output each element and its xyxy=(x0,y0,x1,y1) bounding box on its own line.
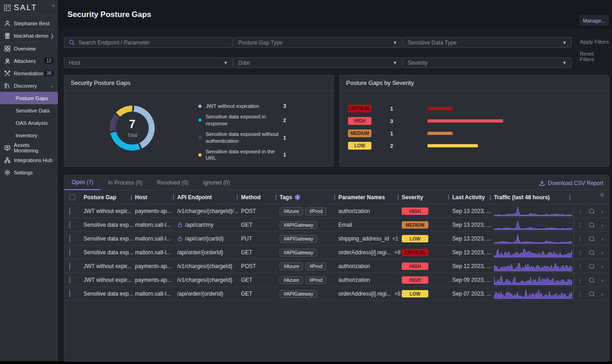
tab-open[interactable]: Open (7) xyxy=(64,175,101,190)
sidebar-item-posture-gaps[interactable]: Posture Gaps xyxy=(0,92,58,104)
col-tags: Tags i xyxy=(280,194,338,201)
table-row[interactable]: Sensitive data exp... mallorn.salt-l... … xyxy=(64,232,609,246)
sensitive-data-type-dropdown[interactable]: Sensitive Data Type ▼ xyxy=(403,37,572,48)
legend-dot xyxy=(198,153,202,157)
integrations-hub-icon xyxy=(4,157,11,163)
reset-filters-button[interactable]: Reset Filters xyxy=(580,51,609,62)
remediation-count-badge: 38 xyxy=(44,70,54,76)
cell-last-activity: Sep 13 2023, ... xyxy=(452,235,494,242)
search-box[interactable] xyxy=(64,37,233,48)
row-expand-chevron-icon[interactable]: › xyxy=(597,235,608,242)
sidebar-item-discovery[interactable]: Discovery ⌄ xyxy=(0,79,58,92)
traffic-sparkline xyxy=(494,247,573,258)
row-menu-kebab-icon[interactable]: ⋮ xyxy=(575,208,586,215)
sidebar-item-inventory[interactable]: Inventory xyxy=(0,129,58,141)
row-expand-chevron-icon[interactable]: › xyxy=(597,291,608,297)
sidebar-item-oas-analysis[interactable]: OAS Analysis xyxy=(0,117,58,129)
manage-button[interactable]: Manage... xyxy=(579,15,609,26)
sidebar-item-overview[interactable]: Overview xyxy=(0,42,58,55)
tag-pill: #APIGateway xyxy=(280,249,317,257)
cell-host: mallorn.salt-l... xyxy=(135,235,177,242)
legend-dot xyxy=(198,118,202,122)
row-menu-kebab-icon[interactable]: ⋮ xyxy=(575,291,586,297)
cell-severity: HIGH xyxy=(402,276,452,284)
row-checkbox[interactable] xyxy=(69,221,70,229)
sidebar-item-workspace[interactable]: blackhat-demo ❯ xyxy=(0,30,58,42)
gaps-table-panel: Open (7) In Process (0) Resolved (0) Ign… xyxy=(64,175,609,362)
download-csv-button[interactable]: Download CSV Report xyxy=(539,175,603,190)
tab-resolved[interactable]: Resolved (0) xyxy=(150,175,196,190)
row-comment-icon[interactable] xyxy=(586,277,597,283)
sidebar-item-remediation[interactable]: Remediation 38 xyxy=(0,67,58,79)
row-checkbox[interactable] xyxy=(69,276,70,284)
sidebar-nav: Stephanie Best blackhat-demo ❯ Overview xyxy=(0,16,58,179)
tab-in-process[interactable]: In Process (0) xyxy=(101,175,150,190)
cell-method: GET xyxy=(241,249,280,256)
table-row[interactable]: JWT without expir... payments-ap... /v1/… xyxy=(64,259,609,273)
search-input[interactable] xyxy=(79,39,228,46)
table-row[interactable]: JWT without expir... payments-ap... /v1/… xyxy=(64,204,609,218)
row-menu-kebab-icon[interactable]: ⋮ xyxy=(575,235,586,242)
sidebar-item-settings[interactable]: Settings xyxy=(0,166,58,179)
sidebar-item-user[interactable]: Stephanie Best xyxy=(0,17,58,30)
row-expand-chevron-icon[interactable]: › xyxy=(597,277,608,284)
table-row[interactable]: Sensitive data exp... mallorn.salt-l... … xyxy=(64,218,609,232)
cell-tags: #APIGateway xyxy=(280,290,338,298)
row-comment-icon[interactable] xyxy=(586,236,597,242)
app-logo: SALT xyxy=(14,3,37,12)
row-menu-kebab-icon[interactable]: ⋮ xyxy=(575,277,586,284)
cell-tags: #Azure#Prod xyxy=(280,263,338,270)
legend-item: Sensitive data exposed in response 2 xyxy=(198,113,313,127)
severity-row: CRITICAL 1 xyxy=(340,105,609,112)
row-expand-chevron-icon[interactable]: › xyxy=(597,249,608,256)
table-row[interactable]: JWT without expir... payments-ap... /v1/… xyxy=(64,273,609,287)
row-expand-chevron-icon[interactable]: › xyxy=(597,222,608,229)
tag-pill: #Prod xyxy=(305,276,326,284)
date-dropdown[interactable]: Date ▼ xyxy=(233,57,402,68)
apply-filters-button[interactable]: Apply Filters xyxy=(580,39,609,45)
cell-api-endpoint: /api/cart/my xyxy=(177,222,241,228)
posture-gaps-donut-panel: Security Posture Gaps 7 Total JWT withou… xyxy=(64,75,334,167)
cell-tags: #Azure#Prod xyxy=(280,276,338,284)
sidebar-item-sensitive-data[interactable]: Sensitive Data xyxy=(0,104,58,117)
severity-badge: LOW xyxy=(402,235,428,242)
row-expand-chevron-icon[interactable]: › xyxy=(597,208,608,215)
row-menu-kebab-icon[interactable]: ⋮ xyxy=(575,263,586,270)
select-all-checkbox[interactable] xyxy=(69,194,75,200)
legend-count: 3 xyxy=(283,103,286,109)
row-comment-icon[interactable] xyxy=(586,291,597,297)
row-comment-icon[interactable] xyxy=(586,222,597,228)
cell-tags: #APIGateway xyxy=(280,249,338,257)
row-menu-kebab-icon[interactable]: ⋮ xyxy=(575,249,586,256)
row-comment-icon[interactable] xyxy=(586,250,597,256)
info-icon[interactable]: i xyxy=(295,195,300,200)
page-title: Security Posture Gaps xyxy=(67,10,151,19)
host-dropdown[interactable]: Host ▼ xyxy=(64,57,233,68)
table-row[interactable]: Sensitive data exp... mallorn.salt-l... … xyxy=(64,287,609,301)
row-comment-icon[interactable] xyxy=(586,263,597,269)
row-checkbox[interactable] xyxy=(69,207,70,215)
row-menu-kebab-icon[interactable]: ⋮ xyxy=(575,222,586,229)
table-row[interactable]: Sensitive data exp... mallorn.salt-l... … xyxy=(64,246,609,259)
row-checkbox[interactable] xyxy=(69,235,70,242)
severity-label-badge: LOW xyxy=(348,142,371,150)
tag-pill: #Azure xyxy=(280,276,303,284)
severity-count: 3 xyxy=(380,118,404,124)
row-checkbox[interactable] xyxy=(69,249,70,256)
tab-ignored[interactable]: Ignored (0) xyxy=(196,175,237,190)
assets-monitoring-icon xyxy=(4,144,11,151)
sidebar-item-integrations-hub[interactable]: Integrations Hub xyxy=(0,154,58,166)
row-checkbox[interactable] xyxy=(69,290,70,297)
sidebar-item-attackers[interactable]: Attackers 12 xyxy=(0,55,58,67)
charts-row: Security Posture Gaps 7 Total JWT withou… xyxy=(64,75,609,167)
sidebar-collapse-icon[interactable]: « xyxy=(52,2,55,9)
row-expand-chevron-icon[interactable]: › xyxy=(597,263,608,270)
endpoint-path: /v1/charges/{chargeId}/... xyxy=(177,208,238,214)
row-checkbox[interactable] xyxy=(69,263,70,270)
severity-dropdown[interactable]: Severity ▼ xyxy=(403,57,572,68)
row-comment-icon[interactable] xyxy=(586,208,597,214)
column-settings-gear-icon[interactable] xyxy=(599,192,605,198)
sidebar-item-assets-monitoring[interactable]: Assets Monitoring xyxy=(0,141,58,154)
severity-bar xyxy=(427,107,453,110)
posture-gap-type-dropdown[interactable]: Posture Gap Type ▼ xyxy=(233,37,402,48)
